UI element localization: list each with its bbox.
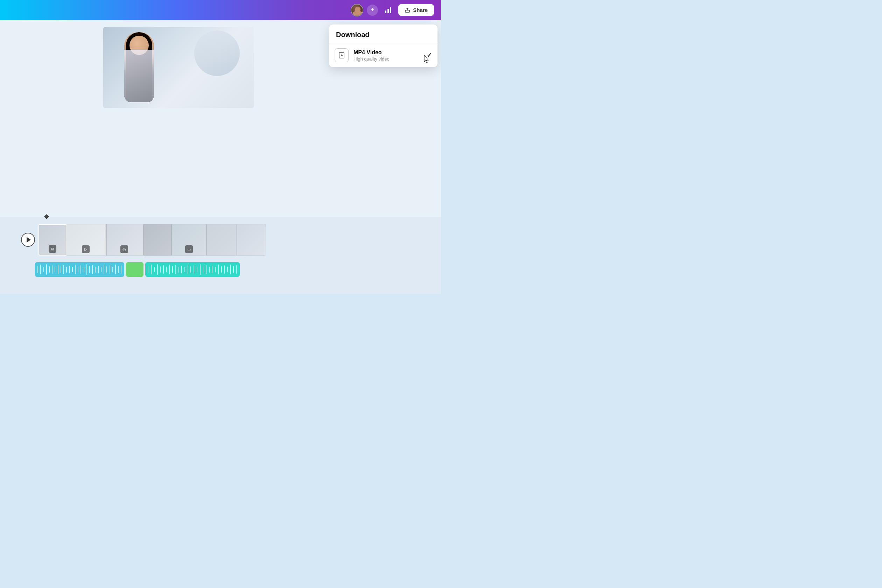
clip-strip: ⊠ ▷ ◎ ▭ — [39, 224, 441, 255]
clip-6[interactable] — [207, 224, 236, 255]
timeline-clips: ⊠ ▷ ◎ ▭ — [0, 217, 441, 259]
svg-rect-1 — [387, 9, 389, 13]
columns-icon: ▭ — [185, 245, 193, 253]
share-label: Share — [413, 7, 428, 13]
transition-icon: ⊠ — [49, 245, 56, 253]
clip-7[interactable] — [236, 224, 266, 255]
download-dropdown: Download MP4 Video High quality video ✓ — [329, 24, 438, 67]
play-button[interactable] — [21, 233, 35, 247]
svg-rect-0 — [385, 10, 386, 13]
dropdown-title: Download — [329, 24, 438, 44]
avatar[interactable] — [351, 4, 363, 16]
person-figure — [124, 32, 154, 102]
clip-2[interactable]: ▷ — [66, 224, 105, 255]
audio-track-3[interactable] — [145, 262, 240, 277]
mp4-option[interactable]: MP4 Video High quality video ✓ — [329, 44, 438, 67]
mp4-text: MP4 Video High quality video — [354, 50, 422, 62]
mp4-icon-box — [334, 48, 349, 62]
plus-icon: + — [370, 6, 375, 14]
audio-tracks — [0, 259, 441, 280]
target-icon: ◎ — [120, 245, 128, 253]
user-avatar-container — [351, 4, 363, 16]
clip-5[interactable]: ▭ — [171, 224, 207, 255]
mp4-subtitle: High quality video — [354, 56, 422, 62]
forward-icon: ▷ — [82, 245, 90, 253]
clip-4[interactable] — [144, 224, 171, 255]
audio-track-2[interactable] — [126, 262, 144, 277]
share-icon — [405, 8, 410, 13]
selected-checkmark: ✓ — [427, 51, 432, 59]
svg-marker-6 — [341, 54, 343, 56]
app-header: + Share — [0, 0, 441, 20]
waveform-3 — [145, 262, 240, 277]
add-button[interactable]: + — [367, 4, 378, 16]
video-preview — [103, 27, 254, 108]
share-button[interactable]: Share — [398, 4, 434, 16]
stats-button[interactable] — [381, 3, 395, 17]
background-dome — [194, 30, 240, 76]
svg-rect-2 — [390, 8, 391, 13]
fabric — [124, 50, 154, 102]
playhead-line — [106, 224, 106, 255]
avatar-image — [351, 4, 363, 16]
clip-3[interactable]: ◎ — [105, 224, 144, 255]
waveform-1 — [35, 262, 124, 277]
clip-1[interactable]: ⊠ — [39, 224, 66, 255]
play-icon — [27, 237, 31, 243]
audio-track-1[interactable] — [35, 262, 124, 277]
video-file-icon — [338, 52, 345, 59]
mp4-title: MP4 Video — [354, 50, 422, 56]
stats-icon — [384, 6, 392, 14]
video-thumbnail — [103, 27, 254, 108]
timeline-area: ⊠ ▷ ◎ ▭ — [0, 217, 441, 294]
